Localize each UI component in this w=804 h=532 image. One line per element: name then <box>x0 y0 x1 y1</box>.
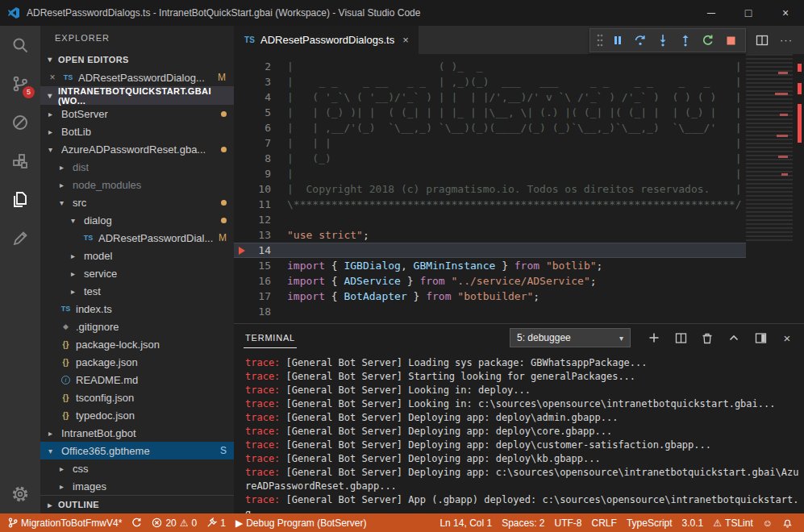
eol-setting[interactable]: CRLF <box>587 513 622 532</box>
edit-pencil-icon[interactable] <box>0 219 40 258</box>
debug-target[interactable]: ▶ Debug Program (BotServer) <box>231 513 372 532</box>
code-line[interactable]: 2| ( )_ _ | <box>234 59 746 74</box>
sync-button[interactable] <box>127 513 147 532</box>
tree-item-label: .gitignore <box>76 321 119 333</box>
settings-gear-icon[interactable] <box>0 475 40 513</box>
code-line[interactable]: 7| | | | <box>234 135 746 151</box>
code-editor[interactable]: 2| ( )_ _ |3| _ _ _ __ _ _ | ,_)(_) ___ … <box>234 54 804 323</box>
code-line[interactable]: 13"use strict"; <box>234 227 746 243</box>
code-line[interactable]: 4| ( '_`\ ( '__)/'_` ) | | | |/',__)/' v… <box>234 89 746 105</box>
code-line[interactable]: 16import { ADService } from "../service/… <box>234 273 746 289</box>
tree-file-tsconfig-json[interactable]: {}tsconfig.json <box>40 389 234 406</box>
typescript-file-icon: TS <box>244 35 256 44</box>
typescript-version[interactable]: 3.0.1 <box>677 513 709 532</box>
tree-folder-css[interactable]: ▸css <box>40 459 234 477</box>
step-over-icon[interactable] <box>631 31 650 50</box>
tasks-indicator[interactable]: 1 <box>202 513 231 532</box>
minimap[interactable] <box>746 54 793 243</box>
open-editor-item[interactable]: × TS ADResetPasswordDialog... M <box>40 69 234 86</box>
tree-folder-test[interactable]: ▸test <box>40 282 234 300</box>
terminal-selector[interactable]: 5: debuggee ▾ <box>510 328 631 347</box>
error-icon <box>152 517 162 528</box>
tree-folder-office365-gbtheme[interactable]: ▾Office365.gbthemeS <box>40 442 234 459</box>
tree-folder-azureadpasswordreset-gba-[interactable]: ▾AzureADPasswordReset.gba... <box>40 140 234 158</box>
encoding-setting[interactable]: UTF-8 <box>550 513 587 532</box>
kill-terminal-trash-icon[interactable] <box>700 330 714 345</box>
debug-icon[interactable] <box>0 103 40 142</box>
terminal-output[interactable]: trace: [General Bot Server] Loading sys … <box>234 351 804 513</box>
maximize-panel-chevron-icon[interactable] <box>727 330 741 345</box>
tree-folder-botlib[interactable]: ▸BotLib <box>40 123 234 140</box>
language-mode[interactable]: TypeScript <box>622 513 677 532</box>
tree-folder-images[interactable]: ▸images <box>40 477 234 495</box>
tab-adresetpassworddialogs[interactable]: TS ADResetPasswordDialogs.ts × <box>234 26 419 54</box>
outline-section-header[interactable]: ▸ OUTLINE <box>40 495 234 513</box>
split-terminal-icon[interactable] <box>673 330 688 345</box>
tree-folder-intranetbot-gbot[interactable]: ▸IntranetBot.gbot <box>40 424 234 442</box>
workspace-section-header[interactable]: ▾ INTRANETBOTQUICKSTART.GBAI (WO... <box>40 86 234 105</box>
code-line[interactable]: 11\*************************************… <box>234 197 746 212</box>
tree-folder-dialog[interactable]: ▾dialog <box>40 211 234 229</box>
restart-icon[interactable] <box>698 31 718 50</box>
git-branch-indicator[interactable]: MigrationToBotFmwV4* <box>3 513 127 532</box>
code-line[interactable]: 15import { IGBDialog, GBMinInstance } fr… <box>234 258 746 273</box>
maximize-button[interactable]: □ <box>730 0 767 26</box>
step-into-icon[interactable] <box>653 31 673 50</box>
tree-folder-node-modules[interactable]: ▸node_modules <box>40 176 234 193</box>
step-out-icon[interactable] <box>676 31 695 50</box>
search-icon[interactable] <box>0 26 40 64</box>
sidebar-title: EXPLORER <box>40 26 234 50</box>
panel-layout-icon[interactable] <box>753 330 768 345</box>
code-line[interactable]: 9| | <box>234 166 746 181</box>
close-icon[interactable]: × <box>47 72 58 83</box>
tree-folder-model[interactable]: ▸model <box>40 247 234 264</box>
drag-handle-icon[interactable] <box>595 33 605 48</box>
terminal-tab[interactable]: TERMINAL <box>244 328 297 348</box>
tree-file-typedoc-json[interactable]: {}typedoc.json <box>40 406 234 424</box>
cursor-position[interactable]: Ln 14, Col 1 <box>435 513 497 532</box>
stop-icon[interactable] <box>721 31 740 50</box>
editor-area: TS ADResetPasswordDialogs.ts × ··· <box>234 26 804 513</box>
tree-file-readme-md[interactable]: iREADME.md <box>40 371 234 389</box>
explorer-sidebar: EXPLORER ▾ OPEN EDITORS × TS ADResetPass… <box>40 26 234 513</box>
code-line[interactable]: 6| | ,__/'(_) `\__,_) `\__)(_)(____/(_) … <box>234 120 746 135</box>
feedback-smiley[interactable]: ☺ <box>758 513 777 532</box>
code-line[interactable]: 17import { BotAdapter } from "botbuilder… <box>234 289 746 304</box>
explorer-files-icon[interactable] <box>0 181 40 219</box>
code-line[interactable]: 8| (_) | <box>234 151 746 166</box>
close-panel-icon[interactable]: × <box>780 330 794 345</box>
close-button[interactable]: × <box>767 0 804 26</box>
tree-folder-service[interactable]: ▸service <box>40 264 234 282</box>
tree-item-label: dist <box>73 161 89 173</box>
tree-file-adresetpassworddial-[interactable]: TSADResetPasswordDial...M <box>40 229 234 247</box>
indentation-setting[interactable]: Spaces: 2 <box>497 513 549 532</box>
open-editors-section-header[interactable]: ▾ OPEN EDITORS <box>40 50 234 69</box>
code-line[interactable]: 12 <box>234 212 746 227</box>
tree-folder-botserver[interactable]: ▸BotServer <box>40 105 234 123</box>
tree-file-index-ts[interactable]: TSindex.ts <box>40 300 234 318</box>
extensions-icon[interactable] <box>0 142 40 181</box>
minimize-button[interactable]: ─ <box>693 0 730 26</box>
tree-file-package-json[interactable]: {}package.json <box>40 353 234 371</box>
tree-folder-dist[interactable]: ▸dist <box>40 158 234 176</box>
problems-indicator[interactable]: 20 ⚠ 0 <box>147 513 202 532</box>
source-control-icon[interactable]: 5 <box>0 64 40 103</box>
code-line[interactable]: 18 <box>234 304 746 319</box>
code-line[interactable]: 3| _ _ _ __ _ _ | ,_)(_) ___ ___ _ _ _ _… <box>234 74 746 89</box>
tree-folder-src[interactable]: ▾src <box>40 193 234 211</box>
linter-status[interactable]: ⚠ TSLint <box>708 513 757 532</box>
new-terminal-icon[interactable] <box>647 330 661 345</box>
line-number: 9 <box>234 166 271 181</box>
tab-close-icon[interactable]: × <box>402 34 409 46</box>
warning-icon: ⚠ <box>180 518 189 528</box>
pause-icon[interactable] <box>608 31 627 50</box>
line-code: | | ,__/'(_) `\__,_) `\__)(_)(____/(_) (… <box>287 120 742 135</box>
tree-file--gitignore[interactable]: ◆.gitignore <box>40 318 234 335</box>
tree-file-package-lock-json[interactable]: {}package-lock.json <box>40 335 234 353</box>
code-line[interactable]: 10| Copyright 2018 (c) pragmatismo.io. T… <box>234 181 746 197</box>
code-line[interactable]: 5| | (_) )| | ( (_| | | |_ | |\__, \| (.… <box>234 105 746 120</box>
notifications-bell[interactable] <box>777 513 798 532</box>
more-actions-icon[interactable]: ··· <box>780 34 793 46</box>
code-line[interactable]: 14 <box>234 243 746 258</box>
split-editor-icon[interactable] <box>756 34 769 47</box>
